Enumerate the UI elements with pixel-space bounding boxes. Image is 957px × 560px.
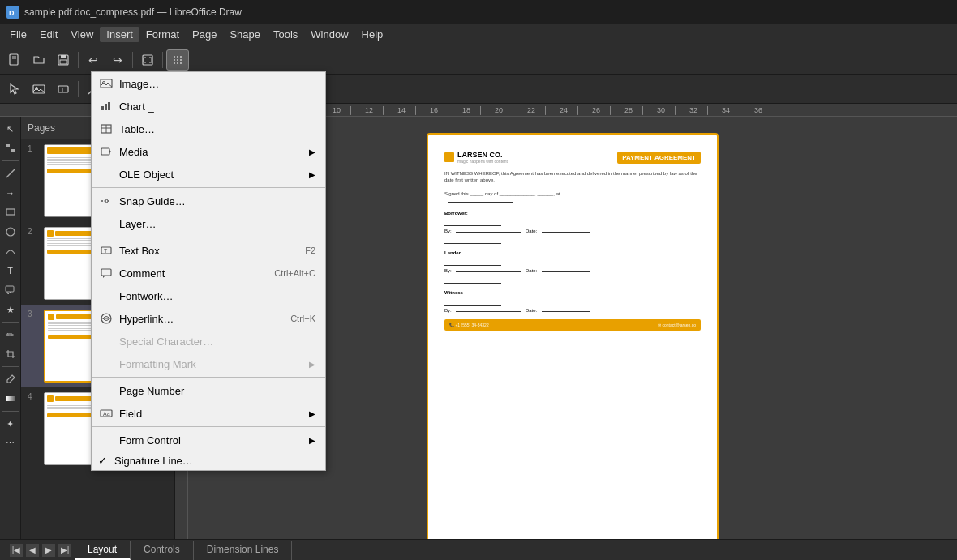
select-button[interactable] xyxy=(3,79,26,100)
textbox-lt-button[interactable]: T xyxy=(2,262,19,280)
menu-format-mark-label: Formatting Mark xyxy=(119,358,306,370)
menu-item-snap[interactable]: Snap Guide… xyxy=(92,190,325,212)
doc-tagline: magic happens with content xyxy=(457,159,508,164)
crop-lt-button[interactable] xyxy=(2,345,19,363)
tab-layout[interactable]: Layout xyxy=(75,541,131,560)
doc-logo-area: LARSEN CO. magic happens with content xyxy=(444,151,508,164)
gradient-lt-button[interactable] xyxy=(2,390,19,408)
table-menu-icon xyxy=(98,121,114,137)
page-num-2: 2 xyxy=(28,227,39,236)
effects-lt-button[interactable]: ✦ xyxy=(2,415,19,433)
menu-item-image[interactable]: Image… xyxy=(92,72,325,95)
nav-last[interactable]: ▶| xyxy=(58,544,71,557)
curve-lt-button[interactable] xyxy=(2,242,19,260)
snap-grid-button[interactable] xyxy=(166,49,189,71)
menu-item-media[interactable]: Media ▶ xyxy=(92,140,325,163)
svg-rect-27 xyxy=(11,149,15,152)
new-button[interactable] xyxy=(3,49,26,71)
point-edit-button[interactable] xyxy=(2,139,19,157)
doc-witness-label: Witness xyxy=(444,290,701,295)
menu-comment-label: Comment xyxy=(119,267,268,280)
save-button[interactable] xyxy=(52,49,75,71)
pages-label: Pages xyxy=(28,122,55,134)
menu-edit[interactable]: Edit xyxy=(33,27,64,42)
menu-media-label: Media xyxy=(119,146,306,158)
layer-menu-icon xyxy=(98,216,114,232)
redo-button[interactable]: ↪ xyxy=(106,49,129,71)
pencil-lt-button[interactable]: ✏ xyxy=(2,326,19,344)
svg-rect-41 xyxy=(101,148,109,155)
nav-first[interactable]: |◀ xyxy=(10,544,23,557)
doc-witness-by: By: Date: xyxy=(444,308,701,313)
rect-lt-button[interactable] xyxy=(2,203,19,221)
menu-tools[interactable]: Tools xyxy=(267,27,304,42)
tab-dimension-lines[interactable]: Dimension Lines xyxy=(194,541,293,560)
dm-sep-1 xyxy=(92,187,325,188)
svg-rect-2 xyxy=(10,54,18,65)
callout-lt-button[interactable] xyxy=(2,281,19,299)
nav-next[interactable]: ▶ xyxy=(42,544,55,557)
select-lt-button[interactable]: ↖ xyxy=(2,120,19,138)
nav-prev[interactable]: ◀ xyxy=(26,544,39,557)
svg-marker-18 xyxy=(11,84,18,94)
line-lt-button[interactable] xyxy=(2,165,19,182)
doc-lender-section: Lender By: Date: xyxy=(444,250,701,284)
svg-point-10 xyxy=(177,56,178,58)
menu-insert[interactable]: Insert xyxy=(100,27,139,42)
dm-sep-3 xyxy=(92,377,325,378)
menu-file[interactable]: File xyxy=(3,27,33,42)
menu-item-textbox[interactable]: T Text Box F2 xyxy=(92,239,325,262)
menu-window[interactable]: Window xyxy=(304,27,354,42)
menu-item-field[interactable]: Aa Field ▶ xyxy=(92,402,325,425)
menu-form-control-label: Form Control xyxy=(119,434,306,447)
menu-page[interactable]: Page xyxy=(186,27,223,42)
menu-shape[interactable]: Shape xyxy=(223,27,267,42)
menu-image-label: Image… xyxy=(119,78,315,90)
menu-hyperlink-label: Hyperlink… xyxy=(119,313,284,325)
insert-textbox-button[interactable]: T xyxy=(52,79,75,100)
menu-format[interactable]: Format xyxy=(139,27,186,42)
arrow-lt-button[interactable]: → xyxy=(2,184,19,202)
menu-item-format-mark[interactable]: Formatting Mark ▶ xyxy=(92,353,325,375)
menu-snap-label: Snap Guide… xyxy=(119,195,315,207)
menu-item-hyperlink[interactable]: Hyperlink… Ctrl+K xyxy=(92,307,325,330)
svg-rect-47 xyxy=(101,269,111,276)
menu-item-comment[interactable]: Comment Ctrl+Alt+C xyxy=(92,262,325,284)
menu-view[interactable]: View xyxy=(64,27,100,42)
chart-menu-icon xyxy=(98,98,114,114)
zoom-fit-button[interactable] xyxy=(136,49,159,71)
more-lt-button[interactable]: ⋯ xyxy=(2,434,19,452)
svg-rect-33 xyxy=(101,79,112,88)
undo-button[interactable]: ↩ xyxy=(82,49,105,71)
fontwork-menu-icon xyxy=(98,288,114,304)
doc-title: PAYMENT AGREEMENT xyxy=(617,152,701,164)
doc-lender-by: By: Date: xyxy=(444,268,701,273)
titlebar: D sample pdf doc_compress.pdf — LibreOff… xyxy=(0,0,957,24)
svg-point-13 xyxy=(177,59,178,61)
eyedropper-lt-button[interactable] xyxy=(2,370,19,388)
insert-image-button[interactable] xyxy=(28,79,50,100)
lt-sep-2 xyxy=(2,322,19,323)
open-button[interactable] xyxy=(28,49,50,71)
field-menu-icon: Aa xyxy=(98,405,114,421)
doc-date-label-1: Date: xyxy=(526,229,537,233)
menu-item-page-num[interactable]: Page Number xyxy=(92,379,325,402)
circle-lt-button[interactable] xyxy=(2,223,19,241)
menu-item-layer[interactable]: Layer… xyxy=(92,212,325,235)
menu-item-form-control[interactable]: Form Control ▶ xyxy=(92,429,325,451)
menu-item-chart[interactable]: Chart _ xyxy=(92,95,325,118)
doc-footer: 📞 +1 (555) 34-34322 ✉ contact@larsen.co xyxy=(444,319,701,331)
tab-controls[interactable]: Controls xyxy=(131,541,194,560)
star-lt-button[interactable]: ★ xyxy=(2,301,19,318)
menu-help[interactable]: Help xyxy=(355,27,390,42)
doc-date-label-2: Date: xyxy=(526,268,537,273)
menu-item-ole[interactable]: OLE Object ▶ xyxy=(92,163,325,186)
menu-item-table[interactable]: Table… xyxy=(92,118,325,140)
toolbar-sep-1 xyxy=(78,52,79,68)
menu-item-special-char[interactable]: Special Character… xyxy=(92,330,325,353)
menu-item-sig-line[interactable]: ✓ Signature Line… xyxy=(92,451,325,470)
menu-item-fontwork[interactable]: Fontwork… xyxy=(92,284,325,307)
svg-point-14 xyxy=(180,59,182,61)
left-toolbar: ↖ → T ★ ✏ xyxy=(0,117,21,539)
svg-point-11 xyxy=(180,56,182,58)
